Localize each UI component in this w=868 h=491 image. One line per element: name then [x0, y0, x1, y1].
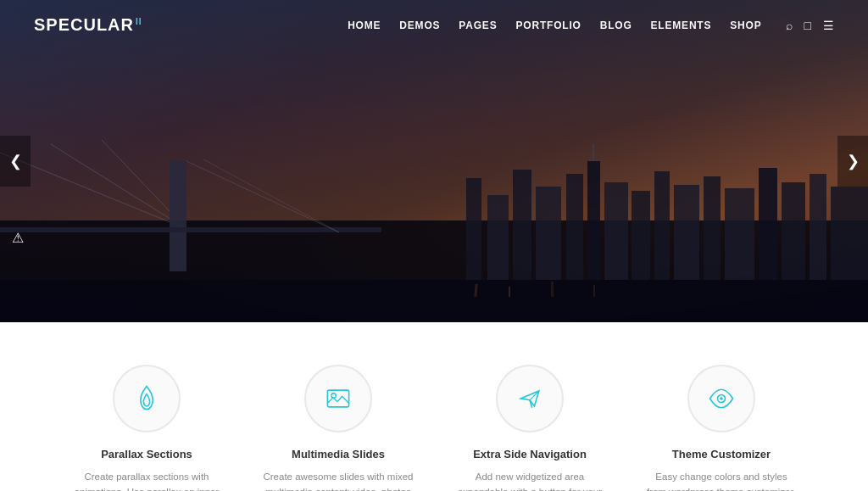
nav-elements[interactable]: ELEMENTS	[651, 20, 712, 31]
svg-line-7	[203, 159, 339, 232]
feature-multimedia: Multimedia Slides Create awesome slides …	[245, 365, 431, 491]
site-logo[interactable]: SPECULAR II	[34, 15, 142, 35]
svg-line-2	[51, 144, 186, 229]
logo-text: SPECULAR	[34, 15, 134, 35]
features-section: Parallax Sections Create parallax sectio…	[0, 322, 868, 491]
multimedia-icon-wrap	[304, 365, 372, 432]
customizer-title: Theme Customizer	[645, 448, 798, 460]
svg-rect-30	[327, 390, 348, 407]
site-header: SPECULAR II HOME DEMOS PAGES PORTFOLIO B…	[0, 0, 868, 50]
nav-home[interactable]: HOME	[348, 20, 381, 31]
svg-rect-27	[509, 287, 510, 297]
nav-portfolio[interactable]: PORTFOLIO	[515, 20, 581, 31]
svg-point-31	[331, 393, 336, 398]
paper-plane-icon	[515, 383, 545, 414]
svg-rect-19	[725, 188, 754, 280]
nav-pages[interactable]: PAGES	[459, 20, 497, 31]
svg-rect-12	[566, 174, 583, 280]
svg-rect-13	[587, 161, 600, 280]
eye-icon	[706, 383, 737, 414]
svg-rect-11	[536, 187, 561, 280]
svg-rect-8	[466, 178, 481, 280]
navigation-title: Extra Side Navigation	[453, 448, 606, 460]
search-icon[interactable]: ⌕	[786, 19, 793, 32]
customizer-desc: Easy change colors and styles from wordp…	[645, 469, 798, 491]
city-skyline	[0, 136, 868, 322]
svg-rect-20	[759, 168, 777, 280]
svg-rect-16	[654, 171, 670, 280]
main-nav: HOME DEMOS PAGES PORTFOLIO BLOG ELEMENTS…	[348, 19, 834, 32]
hero-prev-arrow[interactable]: ❮	[0, 136, 31, 187]
svg-rect-0	[0, 220, 868, 322]
svg-rect-14	[604, 182, 628, 280]
svg-rect-4	[170, 161, 186, 271]
nav-icons-group: ⌕ □ ☰	[786, 19, 834, 32]
svg-rect-29	[593, 285, 595, 297]
svg-point-35	[720, 397, 723, 400]
navigation-icon-wrap	[496, 365, 564, 432]
customizer-icon-wrap	[687, 365, 755, 432]
svg-rect-5	[0, 227, 381, 232]
cart-icon[interactable]: □	[804, 19, 811, 32]
svg-rect-18	[704, 176, 721, 280]
svg-line-3	[102, 140, 186, 229]
parallax-title: Parallax Sections	[70, 448, 223, 460]
nav-shop[interactable]: SHOP	[730, 20, 761, 31]
lightbulb-icon[interactable]: ⚠	[12, 230, 24, 246]
left-arrow-icon: ❮	[9, 152, 22, 170]
svg-line-6	[186, 161, 339, 232]
parallax-icon-wrap	[113, 365, 181, 432]
image-icon	[323, 383, 353, 414]
multimedia-desc: Create awesome slides with mixed multime…	[262, 469, 415, 491]
feature-parallax: Parallax Sections Create parallax sectio…	[53, 365, 240, 491]
svg-rect-21	[782, 182, 805, 280]
svg-rect-17	[674, 185, 699, 280]
hero-section: SPECULAR II HOME DEMOS PAGES PORTFOLIO B…	[0, 0, 868, 322]
feature-navigation: Extra Side Navigation Add new widgetized…	[437, 365, 623, 491]
feature-customizer: Theme Customizer Easy change colors and …	[628, 365, 815, 491]
svg-rect-26	[474, 284, 477, 297]
multimedia-title: Multimedia Slides	[262, 448, 415, 460]
flame-icon	[131, 383, 162, 414]
nav-demos[interactable]: DEMOS	[399, 20, 440, 31]
menu-icon[interactable]: ☰	[823, 19, 834, 32]
svg-rect-10	[513, 170, 531, 280]
svg-rect-25	[0, 280, 868, 322]
svg-rect-22	[810, 174, 826, 280]
logo-superscript: II	[136, 17, 142, 26]
page-wrapper: SPECULAR II HOME DEMOS PAGES PORTFOLIO B…	[0, 0, 868, 491]
right-arrow-icon: ❯	[847, 152, 860, 170]
svg-rect-23	[831, 187, 868, 280]
parallax-desc: Create parallax sections with animations…	[70, 469, 223, 491]
svg-rect-28	[551, 282, 554, 297]
nav-blog[interactable]: BLOG	[600, 20, 632, 31]
hero-next-arrow[interactable]: ❯	[837, 136, 868, 187]
svg-rect-15	[632, 191, 650, 280]
svg-rect-9	[487, 195, 509, 280]
navigation-desc: Add new widgetized area expandable with …	[453, 469, 606, 491]
